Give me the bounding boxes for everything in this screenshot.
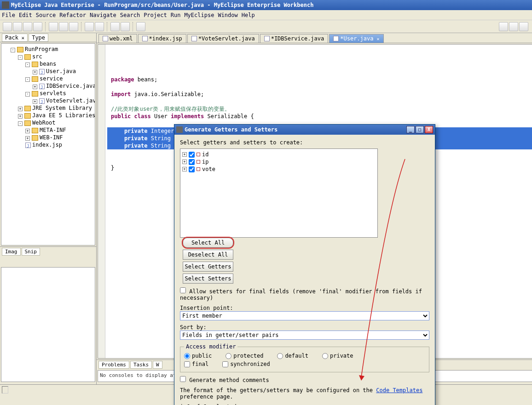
tree-javaee[interactable]: Java EE 5 Libraries [32,112,95,119]
generate-getters-setters-dialog: Generate Getters and Setters _ □ X Selec… [174,124,435,405]
tree-service[interactable]: service [40,75,63,82]
tree-metainf[interactable]: META-INF [40,127,66,133]
tree-beans[interactable]: beans [40,61,56,67]
save-all-button[interactable] [23,22,32,31]
close-icon[interactable]: X [425,126,433,133]
tb-icon-a[interactable] [499,22,508,31]
tree-jre[interactable]: JRE System Library [Su [32,105,95,111]
run-button[interactable] [69,22,78,31]
select-getters-button[interactable]: Select Getters [183,262,233,272]
editor-tab-indexjsp[interactable]: *index.jsp [138,34,186,43]
menu-edit[interactable]: Edit [19,12,32,18]
package-explorer-tree[interactable]: RunProgram src beans User.java service I… [1,43,95,245]
menu-window[interactable]: Window [218,12,237,18]
sort-label: Sort by: [180,324,429,331]
search-button[interactable] [95,22,104,31]
editor-tab-user[interactable]: *User.java✕ [329,34,383,43]
menu-bar: File Edit Source Refactor Navigate Searc… [0,10,532,20]
tab-image[interactable]: Imag [2,248,21,256]
tab-w[interactable]: W [153,361,162,369]
folder-icon [32,135,38,141]
java-file-icon [191,36,197,41]
main-toolbar [0,20,532,33]
tab-problems[interactable]: Problems [98,361,129,369]
build-button[interactable] [49,22,58,31]
tree-servlets[interactable]: servlets [40,90,66,97]
new-button[interactable] [3,22,12,31]
radio-protected[interactable]: protected [226,353,263,359]
close-icon[interactable]: ✕ [377,36,380,41]
tree-idbservice[interactable]: IDBService.java [46,83,95,89]
field-check-vote[interactable] [189,166,195,172]
open-type-button[interactable] [85,22,94,31]
select-all-button[interactable]: Select All [183,238,233,248]
field-row-ip[interactable]: +ip [182,158,376,165]
menu-myeclipse[interactable]: MyEclipse [184,12,214,18]
print-button[interactable] [33,22,42,31]
check-synchronized[interactable]: synchronized [222,361,270,367]
sort-by-select[interactable]: Fields in getter/setter pairs [180,331,429,340]
radio-public[interactable]: public [184,353,212,359]
java-file-icon [264,36,270,41]
tb-icon-c[interactable] [519,22,528,31]
tb-icon-b[interactable] [509,22,518,31]
minimize-icon[interactable]: _ [406,126,415,133]
field-check-id[interactable] [189,152,195,158]
editor-tab-voteservlet[interactable]: *VoteServlet.java [187,34,259,43]
tree-user-java[interactable]: User.java [46,68,76,74]
radio-private[interactable]: private [322,353,353,359]
tree-src[interactable]: src [32,53,42,60]
perspective-button[interactable] [136,22,145,31]
deploy-button[interactable] [121,22,130,31]
editor-tab-webxml[interactable]: web.xml [98,34,137,43]
tab-snippets[interactable]: Snip [22,248,40,256]
tree-project[interactable]: RunProgram [25,46,58,52]
project-icon [17,47,23,52]
radio-default[interactable]: default [277,353,308,359]
menu-file[interactable]: File [2,12,15,18]
dialog-title: Generate Getters and Setters [185,126,278,133]
dialog-icon [176,126,183,133]
folder-icon [24,54,31,60]
java-file-icon [39,84,45,89]
folder-icon [24,120,31,126]
generate-comments-checkbox-label[interactable]: Generate method comments [180,377,269,383]
library-icon [24,106,31,111]
debug-button[interactable] [59,22,68,31]
tab-package-explorer[interactable]: Pack ✕ [2,34,28,42]
server-button[interactable] [110,22,120,31]
tab-type-hierarchy[interactable]: Type [29,34,48,42]
maximize-icon[interactable]: □ [416,126,424,133]
tree-voteservlet[interactable]: VoteServlet.java [46,97,95,104]
xml-file-icon [103,36,108,41]
field-row-id[interactable]: +id [182,151,376,158]
tree-indexjsp[interactable]: index.jsp [32,142,62,148]
tab-tasks[interactable]: Tasks [130,361,152,369]
field-check-ip[interactable] [189,159,195,165]
bottom-left-views: Imag Snip [0,246,96,384]
menu-run[interactable]: Run [171,12,181,18]
check-final[interactable]: final [184,361,208,367]
menu-navigate[interactable]: Navigate [90,12,116,18]
tree-webroot[interactable]: WebRoot [32,120,56,126]
insertion-point-select[interactable]: First member [180,311,429,320]
menu-project[interactable]: Project [144,12,167,18]
dialog-titlebar[interactable]: Generate Getters and Setters _ □ X [174,125,435,135]
code-templates-link[interactable]: Code Templates [376,387,422,394]
allow-final-checkbox-label[interactable]: Allow setters for final fields (remove '… [180,288,422,301]
menu-source[interactable]: Source [36,12,56,18]
deselect-all-button[interactable]: Deselect All [183,250,233,260]
field-row-vote[interactable]: +vote [182,165,376,173]
field-icon [197,167,200,171]
editor-tab-idbservice[interactable]: *IDBService.java [260,34,329,43]
menu-help[interactable]: Help [242,12,255,18]
fields-tree[interactable]: +id +ip +vote [180,148,378,238]
dialog-prompt: Select getters and setters to create: [180,139,429,146]
save-button[interactable] [13,22,22,31]
tree-webinf[interactable]: WEB-INF [40,134,63,141]
menu-refactor[interactable]: Refactor [59,12,86,18]
select-setters-button[interactable]: Select Setters [183,274,233,284]
menu-search[interactable]: Search [120,12,140,18]
generate-comments-checkbox[interactable] [180,376,186,382]
allow-final-checkbox[interactable] [180,287,186,293]
